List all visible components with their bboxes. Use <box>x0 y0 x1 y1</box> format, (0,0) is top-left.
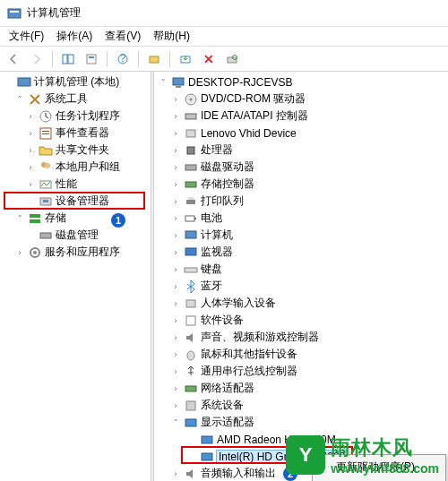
tree-shared-folders[interactable]: › 共享文件夹 <box>0 142 151 159</box>
toolbar-separator <box>169 51 170 67</box>
expand-icon[interactable]: › <box>170 298 181 309</box>
expand-icon[interactable]: › <box>25 162 36 173</box>
tree-device-manager[interactable]: 设备管理器 <box>0 193 151 210</box>
expand-icon[interactable]: › <box>170 315 181 326</box>
tree-ide[interactable]: ›IDE ATA/ATAPI 控制器 <box>154 107 448 125</box>
svg-rect-28 <box>176 86 181 88</box>
twisty-icon[interactable] <box>25 196 36 207</box>
svg-rect-3 <box>68 55 73 64</box>
svg-rect-36 <box>186 200 195 204</box>
tree-display-adapters[interactable]: ˅显示适配器 <box>154 414 448 431</box>
collapse-icon[interactable]: ˅ <box>170 417 181 428</box>
tree-batteries[interactable]: ›电池 <box>154 210 448 227</box>
tree-root-desktop[interactable]: ˅ DESKTOP-RJCEVSB <box>154 73 448 90</box>
ctx-disable-device[interactable]: 禁用设备(D) <box>314 477 444 481</box>
twisty-icon[interactable] <box>186 434 197 445</box>
tree-task-scheduler[interactable]: › 任务计划程序 <box>0 107 151 125</box>
twisty-icon[interactable] <box>4 77 14 88</box>
menu-file[interactable]: 文件(F) <box>4 27 49 46</box>
expand-icon[interactable]: › <box>25 179 36 190</box>
expand-icon[interactable]: › <box>170 366 181 377</box>
twisty-icon[interactable] <box>25 230 36 241</box>
expand-icon[interactable]: › <box>14 247 25 258</box>
expand-icon[interactable]: › <box>170 264 181 275</box>
update-driver-button[interactable] <box>176 49 195 69</box>
keyboard-icon <box>184 262 198 277</box>
tree-label: 电池 <box>201 210 222 226</box>
expand-icon[interactable]: › <box>170 230 181 241</box>
tree-usb[interactable]: ›通用串行总线控制器 <box>154 363 448 380</box>
tree-sound[interactable]: ›声音、视频和游戏控制器 <box>154 329 448 346</box>
tree-keyboards[interactable]: ›键盘 <box>154 261 448 278</box>
uninstall-device-button[interactable]: ✕ <box>199 49 219 69</box>
menu-action[interactable]: 操作(A) <box>51 27 98 46</box>
collapse-icon[interactable]: ˅ <box>14 213 25 224</box>
expand-icon[interactable]: › <box>170 349 181 360</box>
collapse-icon[interactable]: ˅ <box>14 94 25 105</box>
svg-rect-16 <box>42 133 49 134</box>
svg-rect-23 <box>30 219 40 223</box>
tree-hid[interactable]: ›人体学输入设备 <box>154 295 448 312</box>
tree-disk-mgmt[interactable]: 磁盘管理 <box>0 227 151 244</box>
forward-button[interactable] <box>27 49 47 69</box>
tree-mice[interactable]: ›鼠标和其他指针设备 <box>154 346 448 363</box>
expand-icon[interactable]: › <box>170 145 181 156</box>
mouse-icon <box>184 348 198 362</box>
tree-network[interactable]: ›网络适配器 <box>154 380 448 397</box>
tree-sys-tools[interactable]: ˅ 系统工具 <box>0 90 151 107</box>
properties-button[interactable] <box>82 49 101 69</box>
svg-rect-32 <box>186 130 195 137</box>
tree-storage[interactable]: ˅ 存储 <box>0 210 151 227</box>
tree-label: 性能 <box>56 176 77 192</box>
show-hide-tree-button[interactable] <box>58 49 78 69</box>
expand-icon[interactable]: › <box>170 247 181 258</box>
expand-icon[interactable]: › <box>25 128 36 139</box>
tree-processors[interactable]: ›处理器 <box>154 142 448 159</box>
expand-icon[interactable]: › <box>170 162 181 173</box>
tree-lenovo[interactable]: ›Lenovo Vhid Device <box>154 125 448 142</box>
tree-root-computer-mgmt[interactable]: 计算机管理 (本地) <box>0 73 151 90</box>
tree-services-apps[interactable]: › 服务和应用程序 <box>0 244 151 261</box>
expand-icon[interactable]: › <box>170 128 181 139</box>
expand-icon[interactable]: › <box>170 332 181 343</box>
svg-rect-43 <box>186 300 195 307</box>
tree-print-queues[interactable]: ›打印队列 <box>154 193 448 210</box>
tree-performance[interactable]: › 性能 <box>0 176 151 193</box>
svg-rect-41 <box>185 248 196 255</box>
scan-device-button[interactable] <box>144 49 164 69</box>
watermark-logo-icon: Y <box>286 435 325 475</box>
expand-icon[interactable]: › <box>170 213 181 224</box>
tree-computer[interactable]: ›计算机 <box>154 227 448 244</box>
expand-icon[interactable]: › <box>170 111 181 122</box>
expand-icon[interactable]: › <box>25 145 36 156</box>
expand-icon[interactable]: › <box>170 400 181 411</box>
expand-icon[interactable]: › <box>25 111 36 122</box>
twisty-icon[interactable] <box>186 451 197 462</box>
expand-icon[interactable]: › <box>170 179 181 190</box>
tree-dvd[interactable]: ›DVD/CD-ROM 驱动器 <box>154 90 448 107</box>
tree-storage-ctrl[interactable]: ›存储控制器 <box>154 176 448 193</box>
expand-icon[interactable]: › <box>170 94 181 105</box>
tree-event-viewer[interactable]: › 事件查看器 <box>0 125 151 142</box>
tree-monitors[interactable]: ›监视器 <box>154 244 448 261</box>
tree-label: 显示适配器 <box>201 415 254 430</box>
scan-hardware-button[interactable] <box>222 49 242 69</box>
expand-icon[interactable]: › <box>170 468 181 479</box>
menu-help[interactable]: 帮助(H) <box>148 27 195 46</box>
expand-icon[interactable]: › <box>170 281 181 292</box>
tree-bluetooth[interactable]: ›蓝牙 <box>154 278 448 295</box>
menu-view[interactable]: 查看(V) <box>99 27 146 46</box>
collapse-icon[interactable]: ˅ <box>158 77 168 88</box>
tree-local-users[interactable]: › 本地用户和组 <box>0 159 151 176</box>
tree-system-dev[interactable]: ›系统设备 <box>154 397 448 414</box>
tree-disk-drives[interactable]: ›磁盘驱动器 <box>154 159 448 176</box>
tree-software-dev[interactable]: ›软件设备 <box>154 312 448 329</box>
device-icon <box>184 126 198 141</box>
svg-text:?: ? <box>120 53 126 64</box>
svg-rect-0 <box>8 9 21 18</box>
expand-icon[interactable]: › <box>170 383 181 394</box>
back-button[interactable] <box>4 49 23 69</box>
window-title: 计算机管理 <box>27 5 81 21</box>
expand-icon[interactable]: › <box>170 196 181 207</box>
help-button[interactable]: ? <box>113 49 133 69</box>
